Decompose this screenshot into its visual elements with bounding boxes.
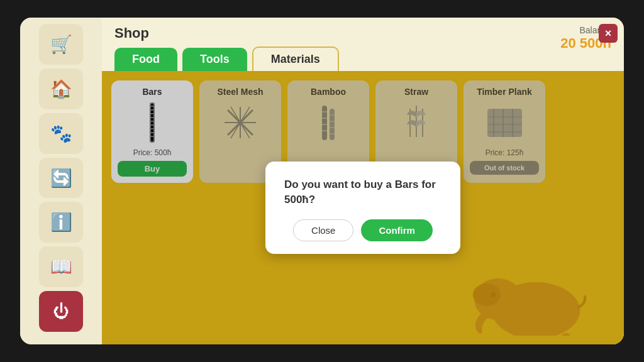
book-icon[interactable]: 📖	[39, 246, 83, 287]
shop-tabs: Food Tools Materials	[114, 47, 611, 71]
shop-title: Shop	[114, 25, 611, 41]
confirm-dialog: Do you want to buy a Bars for 500ħ? Clos…	[265, 162, 460, 255]
cart-icon[interactable]: 🛒	[39, 24, 83, 65]
dialog-overlay: Do you want to buy a Bars for 500ħ? Clos…	[102, 71, 624, 344]
power-button[interactable]: ⏻	[39, 291, 83, 332]
dialog-buttons: Close Confirm	[284, 219, 441, 241]
tab-food[interactable]: Food	[114, 48, 177, 71]
refresh-icon[interactable]: 🔄	[39, 158, 83, 199]
dialog-confirm-button[interactable]: Confirm	[361, 219, 433, 241]
paw-icon[interactable]: 🐾	[39, 113, 83, 154]
tab-tools[interactable]: Tools	[182, 48, 247, 71]
tab-materials[interactable]: Materials	[252, 47, 339, 71]
info-icon[interactable]: ℹ️	[39, 202, 83, 243]
main-panel: Shop Food Tools Materials Balance 20 500…	[102, 18, 624, 344]
home-icon[interactable]: 🏠	[39, 69, 83, 109]
sidebar: 🛒 🏠 🐾 🔄 ℹ️ 📖 ⏻	[20, 18, 102, 344]
dialog-close-button[interactable]: Close	[293, 219, 353, 241]
close-shop-button[interactable]: ×	[599, 24, 618, 43]
shop-header: Shop Food Tools Materials Balance 20 500…	[102, 18, 624, 71]
dialog-text: Do you want to buy a Bars for 500ħ?	[284, 177, 441, 207]
shop-content: Bars	[102, 71, 624, 344]
